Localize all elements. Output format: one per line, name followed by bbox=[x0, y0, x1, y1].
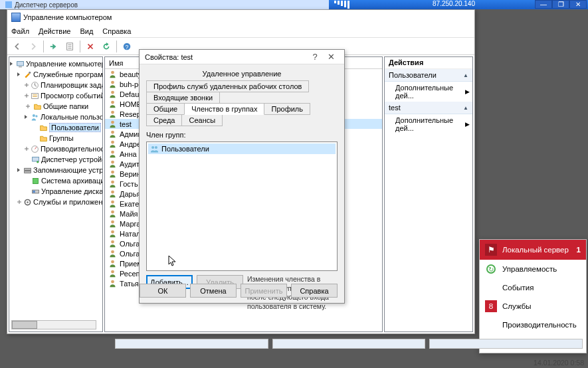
svg-point-22 bbox=[111, 91, 114, 94]
local-users-icon bbox=[31, 112, 39, 122]
status-item-performance[interactable]: Производительность bbox=[480, 316, 586, 334]
actions-header: Действия bbox=[385, 57, 472, 69]
svg-rect-14 bbox=[25, 171, 31, 173]
dialog-titlebar[interactable]: Свойства: test ? ✕ bbox=[140, 50, 344, 64]
svg-point-23 bbox=[111, 101, 114, 104]
mmc-titlebar[interactable]: Управление компьютером bbox=[7, 10, 474, 25]
folder-icon bbox=[39, 134, 48, 143]
dialog-tab[interactable]: Профиль bbox=[264, 103, 310, 115]
toolbar-properties-button[interactable] bbox=[62, 40, 77, 53]
user-icon bbox=[108, 70, 117, 79]
tree-scheduler[interactable]: Планировщик заданий bbox=[41, 81, 103, 89]
tree-toggle-icon[interactable] bbox=[24, 92, 29, 100]
dialog-tabs-row1: Профиль служб удаленных рабочих столовВх… bbox=[146, 80, 338, 103]
svg-point-42 bbox=[151, 146, 154, 149]
tree-toggle-icon[interactable] bbox=[17, 71, 22, 78]
dialog-tab[interactable]: Профиль служб удаленных рабочих столов bbox=[146, 80, 309, 92]
actions-section-users[interactable]: Пользователи▲ bbox=[385, 69, 472, 82]
tree-devicemgr[interactable]: Диспетчер устройств bbox=[41, 155, 103, 163]
dialog-footer: ОК Отмена Применить Справка bbox=[140, 284, 338, 298]
collapse-icon: ▲ bbox=[463, 72, 468, 78]
menu-file[interactable]: Файл bbox=[11, 27, 29, 35]
user-icon bbox=[108, 249, 117, 258]
server-alert-count: 1 bbox=[577, 246, 581, 254]
tree-horizontal-scrollbar[interactable] bbox=[11, 320, 96, 329]
tree-toggle-icon[interactable] bbox=[24, 114, 29, 121]
dialog-tab[interactable]: Членство в группах bbox=[184, 103, 264, 115]
tree-local-users[interactable]: Локальные пользоват bbox=[41, 113, 103, 121]
dialog-apply-button: Применить bbox=[241, 284, 287, 298]
status-item-events[interactable]: События bbox=[480, 278, 586, 297]
dialog-tab[interactable]: Среда bbox=[146, 114, 182, 126]
svg-point-8 bbox=[33, 114, 35, 117]
session-restore-button[interactable]: ❐ bbox=[552, 0, 569, 9]
toolbar-back-button[interactable] bbox=[10, 40, 25, 53]
mmc-title-text: Управление компьютером bbox=[23, 13, 112, 21]
tree-toggle-icon[interactable] bbox=[24, 103, 31, 110]
dialog-cancel-button[interactable]: Отмена bbox=[190, 284, 237, 298]
svg-point-29 bbox=[111, 161, 114, 164]
svg-rect-3 bbox=[17, 61, 24, 66]
remote-session-title-wrap: Диспетчер серверов bbox=[0, 0, 329, 9]
tree-storage[interactable]: Запоминающие устройст bbox=[33, 166, 103, 174]
tree-groups-node[interactable]: Группы bbox=[49, 134, 74, 142]
error-count-badge: 8 bbox=[485, 300, 497, 312]
server-status-title: Локальный сервер bbox=[502, 246, 569, 254]
menu-view[interactable]: Вид bbox=[80, 27, 93, 35]
toolbar-help-button[interactable]: ? bbox=[120, 40, 134, 53]
user-name: Ольга bbox=[120, 240, 140, 248]
toolbar-forward-button[interactable] bbox=[26, 40, 41, 53]
svg-point-27 bbox=[111, 141, 114, 144]
actions-section-test[interactable]: test▲ bbox=[385, 102, 472, 114]
tree-diskmgmt[interactable]: Управление дисками bbox=[41, 187, 103, 195]
dialog-help-button[interactable]: ? bbox=[307, 52, 323, 62]
actions-more-users[interactable]: Дополнительные дей...▶ bbox=[385, 82, 472, 102]
dialog-tab[interactable]: Общие bbox=[146, 103, 185, 115]
dialog-tabs-row2: ОбщиеЧленство в группахПрофильСредаСеанс… bbox=[146, 103, 338, 126]
dialog-close-button[interactable]: ✕ bbox=[323, 52, 339, 62]
actions-panel: Действия Пользователи▲ Дополнительные де… bbox=[384, 56, 473, 332]
menu-action[interactable]: Действие bbox=[39, 27, 70, 35]
dialog-caption: Удаленное управление bbox=[146, 70, 338, 78]
user-icon bbox=[108, 100, 117, 109]
mmc-tree[interactable]: Управление компьютером (л Служебные прог… bbox=[9, 56, 103, 332]
user-name: Гость bbox=[120, 180, 138, 188]
tree-toggle-icon[interactable] bbox=[24, 145, 29, 153]
toolbar-delete-button[interactable] bbox=[83, 40, 98, 53]
svg-rect-4 bbox=[19, 66, 22, 67]
tree-services-apps[interactable]: Службы и приложения bbox=[33, 198, 103, 206]
dialog-tab[interactable]: Входящие звонки bbox=[146, 92, 220, 104]
mmc-icon bbox=[11, 13, 21, 22]
tree-utilities[interactable]: Служебные программы bbox=[33, 70, 103, 78]
tree-toggle-icon[interactable] bbox=[9, 60, 15, 68]
toolbar-refresh-button[interactable] bbox=[99, 40, 114, 53]
dialog-ok-button[interactable]: ОК bbox=[140, 284, 186, 298]
actions-more-test[interactable]: Дополнительные дей...▶ bbox=[385, 114, 472, 134]
group-item[interactable]: Пользователи bbox=[148, 143, 336, 154]
session-minimize-button[interactable]: — bbox=[535, 0, 552, 9]
tree-toggle-icon[interactable] bbox=[17, 167, 22, 174]
svg-rect-17 bbox=[33, 190, 35, 192]
svg-point-26 bbox=[111, 131, 114, 134]
session-close-button[interactable]: ✕ bbox=[569, 0, 587, 9]
dialog-tab[interactable]: Сеансы bbox=[181, 114, 223, 126]
status-item-services[interactable]: 8Службы bbox=[480, 297, 586, 316]
performance-icon bbox=[31, 144, 39, 153]
tree-users-node[interactable]: Пользователи bbox=[49, 123, 101, 132]
tree-toggle-icon[interactable] bbox=[17, 199, 22, 206]
tools-icon bbox=[23, 70, 32, 79]
folder-icon bbox=[39, 123, 48, 132]
toolbar-up-button[interactable] bbox=[47, 40, 61, 53]
group-membership-list[interactable]: Пользователи bbox=[146, 141, 338, 271]
tree-backup[interactable]: Система архивации да bbox=[41, 177, 103, 185]
status-item-manageability[interactable]: ↻Управляемость bbox=[480, 260, 586, 278]
server-status-header[interactable]: ⚑ Локальный сервер 1 bbox=[480, 240, 586, 260]
menu-help[interactable]: Справка bbox=[102, 27, 131, 35]
dialog-help-footer-button[interactable]: Справка bbox=[291, 284, 338, 298]
tree-sharedfolders[interactable]: Общие папки bbox=[43, 102, 88, 110]
tree-toggle-icon[interactable] bbox=[24, 82, 29, 89]
tree-performance[interactable]: Производительность bbox=[41, 145, 103, 153]
tree-root[interactable]: Управление компьютером (л bbox=[26, 60, 103, 68]
tree-eventviewer[interactable]: Просмотр событий bbox=[41, 92, 103, 100]
user-icon bbox=[108, 229, 117, 238]
